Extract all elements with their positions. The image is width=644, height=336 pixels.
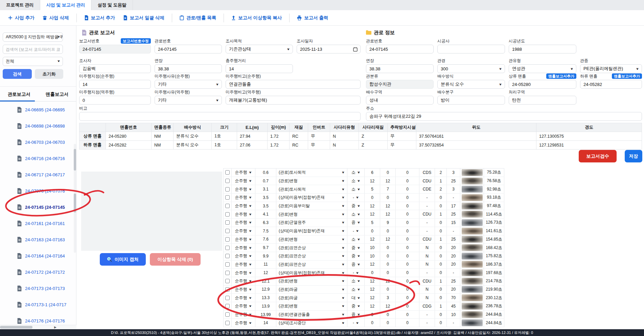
direction-select[interactable]: 순주행∨ (232, 202, 255, 210)
report-list-item[interactable]: 24-06717 (24-06717 (0, 166, 76, 183)
value4-cell[interactable]: 2 (435, 185, 447, 193)
severity-select[interactable]: -∨ (347, 269, 365, 277)
report-list-item[interactable]: 24-06703 (24-06703 (0, 134, 76, 150)
value2-cell[interactable]: 12 (380, 177, 396, 185)
pipe-class-input[interactable]: 합성수지관 (366, 80, 434, 89)
thumbnail-cell[interactable] (460, 202, 484, 210)
value1-cell[interactable]: 0 (365, 319, 380, 327)
severity-select[interactable]: 중∨ (347, 302, 365, 310)
value3-cell[interactable]: 0 (396, 294, 419, 302)
value5-cell[interactable]: 45 (447, 302, 460, 310)
value5-cell[interactable]: 25 (447, 277, 460, 285)
defect-type-select[interactable]: (상태)이음부(접합부)존재∨ (276, 227, 347, 235)
value3-cell[interactable]: 0 (396, 177, 419, 185)
tab-manhole-reports[interactable]: 맨홀보고서 (38, 87, 76, 101)
thumbnail-cell[interactable] (460, 269, 484, 277)
defect-type-select[interactable]: (상태)조사중단∨ (276, 319, 347, 327)
value3-cell[interactable]: 0 (396, 302, 419, 310)
report-list-item[interactable]: 24-06698 (24-06698 (0, 118, 76, 134)
value1-cell[interactable]: 12 (365, 177, 380, 185)
severity-select[interactable]: 대∨ (347, 294, 365, 302)
report-review-button[interactable]: 보고서검수 (579, 150, 617, 162)
value2-cell[interactable]: 0 (380, 269, 396, 277)
reset-button[interactable]: 초기화 (35, 69, 63, 79)
value5-cell[interactable]: 20 (447, 252, 460, 260)
direction-select[interactable]: 순주행∨ (232, 252, 255, 260)
value1-cell[interactable]: 12 (365, 277, 380, 285)
row-checkbox[interactable] (225, 304, 230, 308)
defect-type-select[interactable]: (관로)토사퇴적∨ (276, 185, 347, 193)
direction-select[interactable]: 순주행∨ (232, 286, 255, 294)
value5-cell[interactable]: 25 (447, 236, 460, 244)
value2-cell[interactable]: 0 (380, 261, 396, 269)
drain-zone-input[interactable]: 성내 (366, 96, 434, 105)
value4-cell[interactable]: 0 (435, 319, 447, 327)
cctv-thumbnail[interactable] (462, 294, 483, 301)
add-manhole-report-button[interactable]: 맨홀보고서추가 (546, 73, 576, 79)
miss-reason-reverse-select[interactable]: 기타∨ (155, 96, 222, 105)
search-button[interactable]: 검색 (3, 69, 32, 79)
row-checkbox[interactable] (225, 195, 230, 200)
direction-select[interactable]: 순주행∨ (232, 277, 255, 285)
value4-cell[interactable]: 2 (435, 169, 447, 177)
direction-select[interactable]: 순주행∨ (232, 219, 255, 227)
report-list-item[interactable]: 24-07176 (24-07176 (0, 313, 76, 326)
row-checkbox[interactable] (225, 287, 230, 292)
code-cell[interactable]: CDU (419, 210, 435, 218)
severity-select[interactable]: 중∨ (347, 202, 365, 210)
cctv-thumbnail[interactable] (462, 219, 483, 226)
thumbnail-cell[interactable] (460, 302, 484, 310)
code-cell[interactable]: N (419, 261, 435, 269)
value5-cell[interactable]: - (447, 319, 460, 327)
code-cell[interactable]: CDU (419, 177, 435, 185)
cctv-thumbnail[interactable] (462, 269, 483, 276)
report-list-item[interactable]: 24-07173 (24-07173 (0, 280, 76, 296)
build-year-input[interactable]: 1988 (509, 45, 576, 53)
delete-defect-items-button[interactable]: 이상항목 삭제 (0) (150, 253, 201, 266)
value4-cell[interactable]: 0 (435, 202, 447, 210)
miss-reason-forward-select[interactable]: 기타∨ (155, 80, 222, 89)
cctv-thumbnail[interactable] (462, 203, 483, 209)
value4-cell[interactable]: 0 (435, 294, 447, 302)
value1-cell[interactable]: 12 (365, 286, 380, 294)
code-cell[interactable]: CDU (419, 236, 435, 244)
value2-cell[interactable]: 0 (380, 244, 396, 252)
thumbnail-cell[interactable] (460, 177, 484, 185)
direction-select[interactable]: 순주행∨ (232, 210, 255, 218)
defect-type-select[interactable]: (관로)표면손상∨ (276, 244, 347, 252)
report-list-item-selected[interactable]: 24-07145 (24-07145 (0, 199, 76, 215)
miss-point-forward-input[interactable]: 14 (79, 80, 151, 89)
toolbar-bulk-delete-report-button[interactable]: 보고서 일괄 삭제 (119, 13, 168, 23)
cctv-thumbnail[interactable] (462, 253, 483, 260)
value3-cell[interactable]: 0 (396, 277, 419, 285)
drain-type-select[interactable]: 분류식 오수∨ (437, 80, 505, 89)
scroll-right-arrow-icon[interactable]: ▶ (54, 325, 56, 329)
defect-type-select[interactable]: (관로)변형∨ (276, 177, 347, 185)
pipe-form-select[interactable]: 연성관∨ (509, 64, 576, 73)
cctv-thumbnail[interactable] (462, 186, 483, 193)
value1-cell[interactable]: 6 (365, 169, 380, 177)
sidebar-horizontal-scrollbar[interactable]: ▶ (0, 325, 76, 329)
severity-select[interactable]: 소∨ (347, 286, 365, 294)
search-input[interactable] (6, 47, 60, 52)
code-cell[interactable]: CDE (419, 185, 435, 193)
diameter-select[interactable]: 300∨ (437, 64, 505, 73)
thumbnail-cell[interactable] (460, 244, 484, 252)
toolbar-pipe-manhole-list-button[interactable]: 관로/맨홀 목록 (176, 13, 221, 23)
row-checkbox[interactable] (225, 187, 230, 192)
value4-cell[interactable]: 0 (435, 261, 447, 269)
value5-cell[interactable]: 25 (447, 210, 460, 218)
defect-type-select[interactable]: (관로)변형∨ (276, 236, 347, 244)
row-checkbox[interactable] (225, 212, 230, 217)
row-checkbox[interactable] (225, 229, 230, 233)
cctv-thumbnail[interactable] (462, 261, 483, 268)
value2-cell[interactable]: 0 (380, 194, 396, 202)
value2-cell[interactable]: 0 (380, 286, 396, 294)
value4-cell[interactable]: 0 (435, 219, 447, 227)
distance-cell[interactable]: 7.6 (255, 236, 276, 244)
distance-cell[interactable]: 13.3 (255, 294, 276, 302)
toolbar-add-report-button[interactable]: 보고서 추가 (80, 13, 119, 23)
value5-cell[interactable]: 20 (447, 286, 460, 294)
cctv-thumbnail[interactable] (462, 211, 483, 218)
code-cell[interactable]: - (419, 219, 435, 227)
